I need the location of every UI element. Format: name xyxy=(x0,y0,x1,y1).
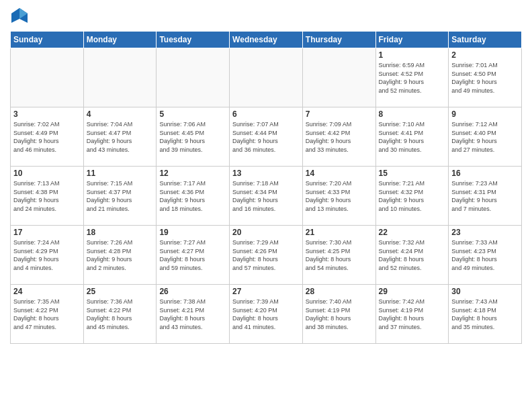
calendar-day-cell: 10Sunrise: 7:13 AMSunset: 4:38 PMDayligh… xyxy=(11,167,84,226)
day-number: 15 xyxy=(379,169,446,178)
day-number: 18 xyxy=(87,228,154,237)
day-number: 24 xyxy=(13,287,81,296)
day-info: Sunrise: 7:36 AMSunset: 4:22 PMDaylight:… xyxy=(87,298,154,331)
calendar: SundayMondayTuesdayWednesdayThursdayFrid… xyxy=(10,31,522,344)
day-number: 26 xyxy=(159,287,226,296)
calendar-day-cell: 3Sunrise: 7:02 AMSunset: 4:49 PMDaylight… xyxy=(11,107,84,167)
day-number: 4 xyxy=(87,109,154,119)
page: SundayMondayTuesdayWednesdayThursdayFrid… xyxy=(0,0,532,411)
day-info: Sunrise: 7:20 AMSunset: 4:33 PMDaylight:… xyxy=(306,179,373,213)
calendar-day-cell: 16Sunrise: 7:23 AMSunset: 4:31 PMDayligh… xyxy=(449,167,522,226)
day-number: 25 xyxy=(87,287,154,296)
weekday-header: Thursday xyxy=(302,32,375,48)
calendar-day-cell: 13Sunrise: 7:18 AMSunset: 4:34 PMDayligh… xyxy=(230,167,303,226)
calendar-day-cell: 28Sunrise: 7:40 AMSunset: 4:19 PMDayligh… xyxy=(302,285,375,344)
logo-icon xyxy=(10,7,29,26)
calendar-day-cell: 7Sunrise: 7:09 AMSunset: 4:42 PMDaylight… xyxy=(302,107,375,167)
header xyxy=(10,7,522,26)
day-info: Sunrise: 7:42 AMSunset: 4:19 PMDaylight:… xyxy=(379,298,446,331)
day-info: Sunrise: 7:35 AMSunset: 4:22 PMDaylight:… xyxy=(13,298,81,331)
day-info: Sunrise: 7:01 AMSunset: 4:50 PMDaylight:… xyxy=(451,61,519,95)
day-info: Sunrise: 7:24 AMSunset: 4:29 PMDaylight:… xyxy=(13,238,81,272)
calendar-day-cell: 26Sunrise: 7:38 AMSunset: 4:21 PMDayligh… xyxy=(157,285,230,344)
weekday-header: Saturday xyxy=(449,32,522,48)
calendar-day-cell: 29Sunrise: 7:42 AMSunset: 4:19 PMDayligh… xyxy=(375,285,449,344)
day-number: 2 xyxy=(451,50,519,60)
calendar-week-row: 17Sunrise: 7:24 AMSunset: 4:29 PMDayligh… xyxy=(11,226,522,285)
calendar-day-cell: 21Sunrise: 7:30 AMSunset: 4:25 PMDayligh… xyxy=(302,226,375,285)
calendar-day-cell: 25Sunrise: 7:36 AMSunset: 4:22 PMDayligh… xyxy=(83,285,157,344)
day-info: Sunrise: 7:27 AMSunset: 4:27 PMDaylight:… xyxy=(159,238,226,272)
calendar-day-cell: 14Sunrise: 7:20 AMSunset: 4:33 PMDayligh… xyxy=(302,167,375,226)
day-number: 11 xyxy=(87,169,154,178)
calendar-week-row: 10Sunrise: 7:13 AMSunset: 4:38 PMDayligh… xyxy=(11,167,522,226)
day-number: 27 xyxy=(232,287,300,296)
calendar-day-cell: 6Sunrise: 7:07 AMSunset: 4:44 PMDaylight… xyxy=(230,107,303,167)
day-number: 28 xyxy=(306,287,373,296)
day-info: Sunrise: 7:12 AMSunset: 4:40 PMDaylight:… xyxy=(451,120,519,154)
day-info: Sunrise: 7:04 AMSunset: 4:47 PMDaylight:… xyxy=(87,120,154,154)
calendar-day-cell: 12Sunrise: 7:17 AMSunset: 4:36 PMDayligh… xyxy=(157,167,230,226)
day-info: Sunrise: 7:32 AMSunset: 4:24 PMDaylight:… xyxy=(379,238,446,272)
logo xyxy=(10,7,32,26)
day-number: 9 xyxy=(451,109,519,119)
day-info: Sunrise: 7:13 AMSunset: 4:38 PMDaylight:… xyxy=(13,179,81,213)
day-info: Sunrise: 7:39 AMSunset: 4:20 PMDaylight:… xyxy=(232,298,300,331)
day-number: 5 xyxy=(159,109,226,119)
day-info: Sunrise: 7:15 AMSunset: 4:37 PMDaylight:… xyxy=(87,179,154,213)
day-info: Sunrise: 6:59 AMSunset: 4:52 PMDaylight:… xyxy=(379,61,446,95)
calendar-day-cell: 11Sunrise: 7:15 AMSunset: 4:37 PMDayligh… xyxy=(83,167,157,226)
day-info: Sunrise: 7:06 AMSunset: 4:45 PMDaylight:… xyxy=(159,120,226,154)
day-number: 14 xyxy=(306,169,373,178)
day-info: Sunrise: 7:02 AMSunset: 4:49 PMDaylight:… xyxy=(13,120,81,154)
calendar-week-row: 1Sunrise: 6:59 AMSunset: 4:52 PMDaylight… xyxy=(11,48,522,107)
day-number: 22 xyxy=(379,228,446,237)
weekday-header: Friday xyxy=(375,32,449,48)
calendar-day-cell: 17Sunrise: 7:24 AMSunset: 4:29 PMDayligh… xyxy=(11,226,84,285)
calendar-day-cell: 24Sunrise: 7:35 AMSunset: 4:22 PMDayligh… xyxy=(11,285,84,344)
calendar-day-cell: 15Sunrise: 7:21 AMSunset: 4:32 PMDayligh… xyxy=(375,167,449,226)
calendar-day-cell xyxy=(11,48,84,107)
day-info: Sunrise: 7:29 AMSunset: 4:26 PMDaylight:… xyxy=(232,238,300,272)
calendar-day-cell xyxy=(302,48,375,107)
calendar-day-cell: 30Sunrise: 7:43 AMSunset: 4:18 PMDayligh… xyxy=(449,285,522,344)
calendar-day-cell: 18Sunrise: 7:26 AMSunset: 4:28 PMDayligh… xyxy=(83,226,157,285)
calendar-day-cell: 5Sunrise: 7:06 AMSunset: 4:45 PMDaylight… xyxy=(157,107,230,167)
day-info: Sunrise: 7:09 AMSunset: 4:42 PMDaylight:… xyxy=(306,120,373,154)
day-number: 19 xyxy=(159,228,226,237)
calendar-day-cell xyxy=(230,48,303,107)
day-number: 29 xyxy=(379,287,446,296)
day-number: 7 xyxy=(306,109,373,119)
calendar-day-cell: 4Sunrise: 7:04 AMSunset: 4:47 PMDaylight… xyxy=(83,107,157,167)
day-number: 30 xyxy=(451,287,519,296)
calendar-day-cell: 23Sunrise: 7:33 AMSunset: 4:23 PMDayligh… xyxy=(449,226,522,285)
day-info: Sunrise: 7:07 AMSunset: 4:44 PMDaylight:… xyxy=(232,120,300,154)
calendar-week-row: 24Sunrise: 7:35 AMSunset: 4:22 PMDayligh… xyxy=(11,285,522,344)
day-info: Sunrise: 7:30 AMSunset: 4:25 PMDaylight:… xyxy=(306,238,373,272)
day-number: 8 xyxy=(379,109,446,119)
calendar-week-row: 3Sunrise: 7:02 AMSunset: 4:49 PMDaylight… xyxy=(11,107,522,167)
calendar-header-row: SundayMondayTuesdayWednesdayThursdayFrid… xyxy=(11,32,522,48)
calendar-day-cell: 2Sunrise: 7:01 AMSunset: 4:50 PMDaylight… xyxy=(449,48,522,107)
day-number: 1 xyxy=(379,50,446,60)
weekday-header: Tuesday xyxy=(157,32,230,48)
calendar-day-cell: 22Sunrise: 7:32 AMSunset: 4:24 PMDayligh… xyxy=(375,226,449,285)
day-info: Sunrise: 7:23 AMSunset: 4:31 PMDaylight:… xyxy=(451,179,519,213)
day-info: Sunrise: 7:38 AMSunset: 4:21 PMDaylight:… xyxy=(159,298,226,331)
day-info: Sunrise: 7:21 AMSunset: 4:32 PMDaylight:… xyxy=(379,179,446,213)
day-number: 3 xyxy=(13,109,81,119)
weekday-header: Monday xyxy=(83,32,157,48)
day-number: 21 xyxy=(306,228,373,237)
calendar-day-cell: 27Sunrise: 7:39 AMSunset: 4:20 PMDayligh… xyxy=(230,285,303,344)
calendar-day-cell: 8Sunrise: 7:10 AMSunset: 4:41 PMDaylight… xyxy=(375,107,449,167)
day-number: 12 xyxy=(159,169,226,178)
calendar-day-cell: 9Sunrise: 7:12 AMSunset: 4:40 PMDaylight… xyxy=(449,107,522,167)
day-number: 10 xyxy=(13,169,81,178)
day-info: Sunrise: 7:26 AMSunset: 4:28 PMDaylight:… xyxy=(87,238,154,272)
day-number: 16 xyxy=(451,169,519,178)
day-number: 6 xyxy=(232,109,300,119)
calendar-day-cell xyxy=(83,48,157,107)
weekday-header: Sunday xyxy=(11,32,84,48)
day-info: Sunrise: 7:43 AMSunset: 4:18 PMDaylight:… xyxy=(451,298,519,331)
day-info: Sunrise: 7:10 AMSunset: 4:41 PMDaylight:… xyxy=(379,120,446,154)
